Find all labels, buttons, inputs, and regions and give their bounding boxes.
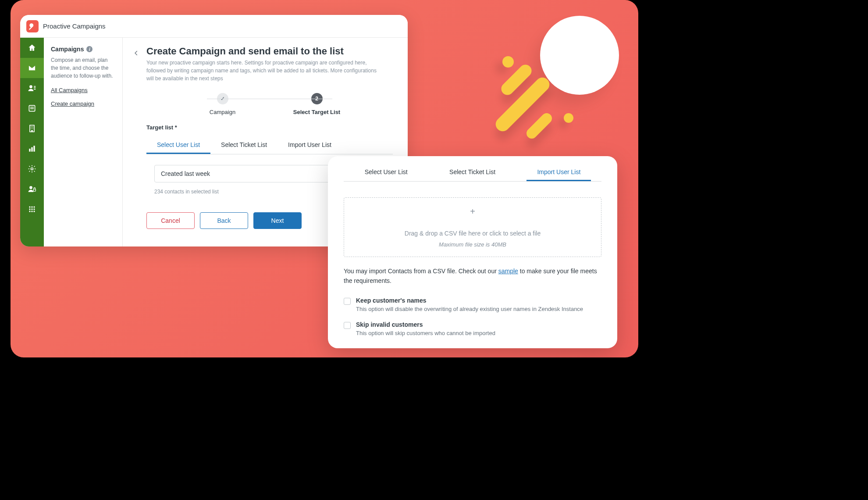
- svg-rect-13: [31, 130, 32, 132]
- back-chevron-icon[interactable]: [129, 46, 144, 61]
- page-title: Create Campaign and send email to the li…: [146, 46, 393, 57]
- titlebar: Proactive Campaigns: [20, 15, 408, 38]
- svg-rect-11: [31, 128, 32, 129]
- svg-rect-9: [31, 126, 32, 127]
- sidebar: Campaigns i Compose an email, plan the t…: [44, 38, 123, 246]
- popover-tab-user-list[interactable]: Select User List: [354, 164, 418, 181]
- svg-rect-6: [30, 107, 34, 108]
- svg-rect-19: [33, 189, 36, 191]
- svg-rect-16: [33, 146, 35, 151]
- popover-tabs: Select User List Select Ticket List Impo…: [344, 164, 601, 182]
- option-title: Keep customer's names: [356, 297, 583, 304]
- svg-point-20: [29, 206, 30, 207]
- step-campaign[interactable]: ✓ Campaign: [175, 93, 270, 115]
- rail-org[interactable]: [20, 118, 44, 139]
- ray-decoration: [524, 111, 554, 141]
- ray-dot: [564, 113, 573, 123]
- svg-rect-2: [34, 86, 36, 87]
- import-popover: Select User List Select Ticket List Impo…: [328, 156, 617, 348]
- import-note: You may import Contacts from a CSV file.…: [344, 267, 601, 286]
- rail-content[interactable]: [20, 98, 44, 118]
- tab-import-user-list[interactable]: Import User List: [277, 137, 342, 154]
- svg-point-27: [31, 211, 32, 212]
- sidebar-link-create-campaign[interactable]: Create campaign: [51, 100, 115, 107]
- dropzone-text: Drag & drop a CSV file here or click to …: [405, 230, 541, 237]
- rail-permissions[interactable]: [20, 179, 44, 199]
- popover-tab-ticket-list[interactable]: Select Ticket List: [439, 164, 506, 181]
- sidebar-heading: Campaigns i: [51, 46, 115, 53]
- sidebar-link-all-campaigns[interactable]: All Campaigns: [51, 87, 115, 93]
- svg-rect-7: [30, 108, 34, 109]
- svg-point-22: [33, 206, 35, 207]
- csv-dropzone[interactable]: + Drag & drop a CSV file here or click t…: [344, 197, 601, 257]
- svg-point-26: [29, 211, 30, 212]
- checkbox-keep-names[interactable]: [344, 298, 351, 305]
- background-canvas: Proactive Campaigns Campaigns i: [11, 0, 638, 357]
- target-list-value: Created last week: [161, 170, 210, 177]
- svg-point-17: [31, 168, 33, 170]
- svg-point-18: [29, 186, 32, 189]
- app-logo-icon: [26, 20, 39, 32]
- app-title: Proactive Campaigns: [43, 22, 106, 30]
- rail-contacts[interactable]: [20, 78, 44, 98]
- svg-point-28: [33, 211, 35, 212]
- svg-point-23: [29, 208, 30, 210]
- svg-point-1: [29, 85, 32, 88]
- dropzone-subtext: Maximum file size is 40MB: [439, 241, 506, 248]
- target-tabs: Select User List Select Ticket List Impo…: [146, 137, 393, 154]
- stepper: ✓ Campaign 2 Select Target List: [175, 93, 364, 115]
- step-target-list[interactable]: 2 Select Target List: [270, 93, 364, 115]
- target-list-label: Target list *: [146, 124, 393, 131]
- sidebar-heading-text: Campaigns: [51, 46, 84, 53]
- option-keep-names: Keep customer's names This option will d…: [344, 297, 601, 312]
- rail-mail[interactable]: [20, 58, 44, 78]
- plus-icon: +: [470, 207, 475, 217]
- sidebar-description: Compose an email, plan the time, and cho…: [51, 56, 115, 80]
- rail-reports[interactable]: [20, 139, 44, 159]
- sample-link[interactable]: sample: [498, 268, 518, 275]
- ray-dot: [502, 56, 514, 68]
- option-description: This option will skip customers who cann…: [356, 330, 495, 336]
- rail-settings[interactable]: [20, 159, 44, 179]
- rail-apps[interactable]: [20, 199, 44, 219]
- svg-point-25: [33, 208, 35, 210]
- checkbox-skip-invalid[interactable]: [344, 322, 351, 329]
- svg-rect-15: [31, 147, 32, 152]
- svg-rect-10: [32, 126, 33, 127]
- popover-tab-import[interactable]: Import User List: [526, 164, 591, 181]
- stepper-line: [207, 99, 332, 99]
- cancel-button[interactable]: Cancel: [146, 212, 195, 229]
- back-button[interactable]: Back: [200, 212, 248, 229]
- svg-rect-14: [29, 149, 30, 152]
- next-button[interactable]: Next: [253, 212, 302, 229]
- svg-rect-12: [32, 128, 33, 129]
- svg-rect-3: [34, 87, 36, 88]
- svg-point-21: [31, 206, 32, 207]
- tab-select-user-list[interactable]: Select User List: [146, 137, 210, 154]
- option-skip-invalid: Skip invalid customers This option will …: [344, 321, 601, 336]
- info-icon[interactable]: i: [86, 46, 92, 52]
- sun-decoration: [540, 16, 619, 95]
- page-description: Your new proactive campaign starts here.…: [146, 59, 383, 82]
- rail-home[interactable]: [20, 38, 44, 58]
- step-label: Campaign: [210, 109, 235, 115]
- tab-select-ticket-list[interactable]: Select Ticket List: [210, 137, 277, 154]
- import-note-pre: You may import Contacts from a CSV file.…: [344, 268, 498, 275]
- nav-rail: [20, 38, 44, 246]
- option-description: This option will disable the overwriting…: [356, 306, 583, 312]
- step-label: Select Target List: [293, 109, 340, 115]
- svg-point-24: [31, 208, 32, 210]
- option-title: Skip invalid customers: [356, 321, 495, 328]
- svg-rect-4: [34, 89, 36, 90]
